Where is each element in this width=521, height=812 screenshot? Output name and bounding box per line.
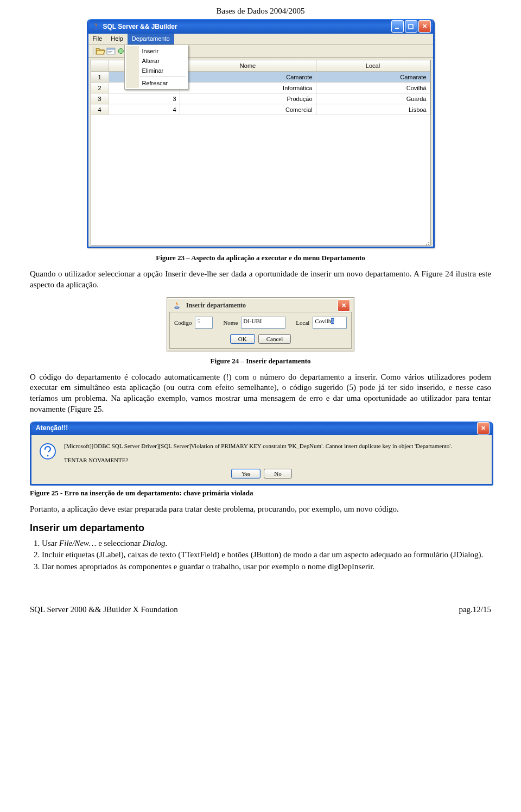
step-2: Incluir etiquetas (JLabel), caixas de te… <box>42 550 491 561</box>
svg-rect-10 <box>430 242 431 243</box>
svg-rect-8 <box>430 240 431 241</box>
grid-corner <box>91 60 109 72</box>
error-close-button[interactable]: ✕ <box>477 422 490 435</box>
svg-rect-2 <box>409 24 413 29</box>
menubar: File Help Departamento <box>88 34 433 45</box>
minimize-button[interactable] <box>391 20 404 33</box>
col-local[interactable]: Local <box>316 60 430 72</box>
error-message-line2: TENTAR NOVAMENTE? <box>64 457 484 463</box>
svg-point-0 <box>94 27 98 28</box>
label-nome: Nome <box>223 319 238 326</box>
java-icon <box>173 301 181 310</box>
svg-rect-11 <box>426 244 427 245</box>
paragraph-3: Portanto, a aplicação deve estar prepara… <box>30 504 491 515</box>
col-nome[interactable]: Nome <box>180 60 316 72</box>
svg-point-14 <box>175 306 179 307</box>
cancel-button[interactable]: Cancel <box>258 334 291 344</box>
titlebar: SQL Server && JBuilder ✕ <box>88 19 433 34</box>
figure24-caption: Figure 24 – Inserir departamento <box>30 357 491 366</box>
close-button[interactable]: ✕ <box>418 20 431 33</box>
cell-local[interactable]: Camarate <box>316 72 430 83</box>
error-message-line1: [Microsoft][ODBC SQL Server Driver][SQL … <box>64 443 484 449</box>
input-codigo: 5 <box>195 317 212 329</box>
cell-local[interactable]: Lisboa <box>316 104 430 115</box>
dropdown-separator <box>140 77 186 77</box>
label-local: Local <box>296 319 309 326</box>
ok-button[interactable]: OK <box>230 334 255 344</box>
dropdown-alterar[interactable]: Alterar <box>139 56 187 66</box>
paragraph-1: Quando o utilizador seleccionar a opção … <box>30 269 491 291</box>
paragraph-2: O código do departamento é colocado auto… <box>30 372 491 415</box>
cell-depn[interactable]: 3 <box>109 93 180 104</box>
section-heading: Inserir um departamento <box>30 523 491 534</box>
menu-file[interactable]: File <box>88 34 107 45</box>
app-window: SQL Server && JBuilder ✕ File Help Depar… <box>87 19 435 248</box>
footer-left: SQL Server 2000 && JBuilder X Foundation <box>30 605 178 614</box>
cell-nome[interactable]: Comercial <box>180 104 316 115</box>
svg-rect-13 <box>430 244 431 245</box>
svg-point-7 <box>118 49 123 54</box>
step-3: Dar nomes apropriados às componentes e g… <box>42 562 491 572</box>
figure25-caption: Figure 25 - Erro na inserção de um depar… <box>30 489 491 498</box>
cell-depn[interactable]: 4 <box>109 104 180 115</box>
dialog-title: Inserir departamento <box>186 301 246 310</box>
dialog-close-button[interactable]: ✕ <box>338 299 350 312</box>
svg-point-16 <box>47 455 48 456</box>
cell-local[interactable]: Guarda <box>316 93 430 104</box>
cell-nome[interactable]: Informática <box>180 83 316 93</box>
svg-rect-12 <box>428 244 429 245</box>
menu-help[interactable]: Help <box>106 34 128 45</box>
step-1: Usar File/New… e seleccionar Dialog. <box>42 538 491 549</box>
input-local[interactable]: Covilhã <box>313 317 347 329</box>
insert-dialog: Inserir departamento ✕ Codigo 5 Nome DI-… <box>167 297 354 351</box>
card-icon[interactable] <box>106 46 116 56</box>
doc-header: Bases de Dados 2004/2005 <box>30 7 491 16</box>
question-icon <box>39 443 56 460</box>
footer-right: pag.12/15 <box>459 605 491 614</box>
figure23-caption: Figure 23 – Aspecto da aplicação a execu… <box>30 254 491 262</box>
toolbar-handle <box>91 47 93 55</box>
error-title: Atenção!!! <box>36 424 68 432</box>
label-codigo: Codigo <box>174 319 192 326</box>
no-button[interactable]: No <box>264 469 291 479</box>
row-index: 3 <box>91 93 109 104</box>
dropdown-refrescar[interactable]: Refrescar <box>139 78 187 88</box>
steps-list: Usar File/New… e seleccionar Dialog. Inc… <box>42 538 491 572</box>
row-index: 2 <box>91 83 109 93</box>
cell-local[interactable]: Covilhã <box>316 83 430 93</box>
cell-nome[interactable]: Produção <box>180 93 316 104</box>
row-index: 4 <box>91 104 109 115</box>
row-index: 1 <box>91 72 109 83</box>
svg-rect-1 <box>395 28 399 29</box>
dropdown-eliminar[interactable]: Eliminar <box>139 66 187 75</box>
menu-departamento[interactable]: Departamento <box>128 34 174 45</box>
java-icon <box>92 22 100 31</box>
dropdown-inserir[interactable]: Inserir <box>139 46 187 56</box>
yes-button[interactable]: Yes <box>231 469 260 479</box>
svg-rect-9 <box>428 242 429 243</box>
error-dialog: Atenção!!! ✕ [Microsoft][ODBC SQL Server… <box>30 421 493 486</box>
svg-rect-4 <box>107 48 115 49</box>
dropdown-departamento: Inserir Alterar Eliminar Refrescar <box>124 45 188 90</box>
resize-grip-icon[interactable] <box>425 238 433 246</box>
window-title: SQL Server && JBuilder <box>103 23 391 30</box>
open-icon[interactable] <box>96 46 105 56</box>
grid-row[interactable]: 4 4 Comercial Lisboa <box>91 104 430 115</box>
grid-row[interactable]: 3 3 Produção Guarda <box>91 93 430 104</box>
input-nome[interactable]: DI-UBI <box>241 317 285 329</box>
maximize-button[interactable] <box>405 20 417 33</box>
cell-nome[interactable]: Camarote <box>180 72 316 83</box>
